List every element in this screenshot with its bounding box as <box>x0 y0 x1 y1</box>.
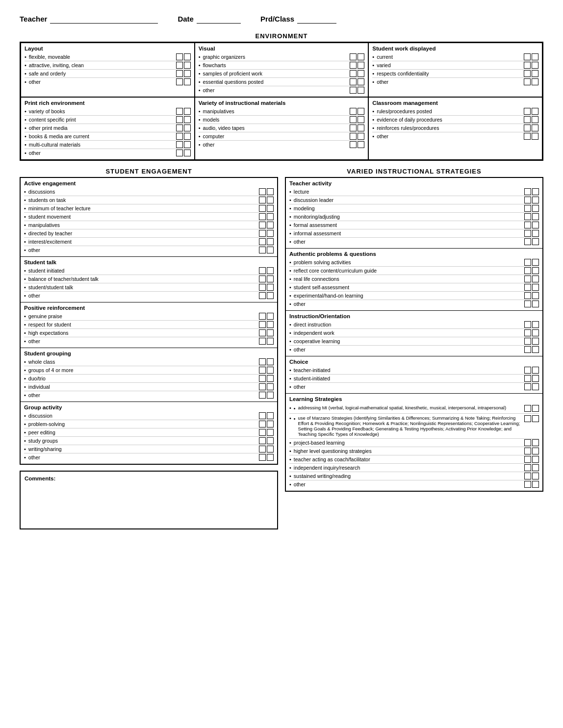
positive-reinforcement-title: Positive reinforcement <box>24 305 274 311</box>
learning-strategies-list: • addressing MI (verbal, logical-mathema… <box>289 403 539 488</box>
list-item: teacher-initiated <box>289 366 539 375</box>
print-rich-cell: Print rich environment variety of books … <box>21 97 195 160</box>
list-item: experimental/hand-on learning <box>289 292 539 300</box>
comments-box: Comments: <box>20 471 278 529</box>
list-item: interest/excitement <box>24 238 274 246</box>
list-item: genuine praise <box>24 312 274 321</box>
teacher-activity-cell: Teacher activity lecture discussion lead… <box>286 178 542 249</box>
student-grouping-cell: Student grouping whole class groups of 4… <box>21 348 277 402</box>
active-engagement-title: Active engagement <box>24 180 274 186</box>
list-item: reinforces rules/procedures <box>372 124 538 132</box>
list-item: multi-cultural materials <box>25 141 191 149</box>
list-item: graphic organizers <box>199 53 365 61</box>
list-item: project-based learning <box>289 439 539 447</box>
active-engagement-cell: Active engagement discussions students o… <box>21 178 277 257</box>
positive-reinforcement-list: genuine praise respect for student high … <box>24 312 274 345</box>
choice-list: teacher-initiated student-initiated othe… <box>289 366 539 391</box>
environment-title: ENVIRONMENT <box>20 32 543 40</box>
list-item: minimum of teacher lecture <box>24 204 274 213</box>
teacher-underline <box>50 15 158 24</box>
list-item: reflect core content/curriculum guide <box>289 267 539 275</box>
student-work-list: current varied respects confidentiality … <box>372 53 538 86</box>
list-item: other <box>25 78 191 86</box>
group-activity-list: discussion problem-solving peer editing … <box>24 412 274 461</box>
environment-box: Layout flexible, moveable attractive, in… <box>20 42 543 161</box>
student-talk-list: student initiated balance of teacher/stu… <box>24 267 274 300</box>
list-item: other <box>289 346 539 353</box>
list-item: students on task <box>24 196 274 204</box>
student-talk-cell: Student talk student initiated balance o… <box>21 257 277 302</box>
list-item: • use of Marzano Strategies (Identifying… <box>289 414 539 439</box>
list-item: independent inquiry/research <box>289 464 539 472</box>
list-item: other <box>289 480 539 488</box>
main-two-col: STUDENT ENGAGEMENT Active engagement dis… <box>20 168 543 529</box>
student-talk-title: Student talk <box>24 259 274 265</box>
list-item: other <box>372 78 538 86</box>
student-grouping-title: Student grouping <box>24 351 274 356</box>
list-item: sustained writing/reading <box>289 472 539 480</box>
varied-strategies-title: VARIED INSTRUCTIONAL STRATEGIES <box>285 168 543 175</box>
list-item: individual <box>24 383 274 391</box>
list-item: lecture <box>289 188 539 196</box>
list-item: discussion <box>24 412 274 420</box>
student-engagement-title: STUDENT ENGAGEMENT <box>20 168 278 175</box>
list-item: other <box>372 132 538 140</box>
list-item: other <box>289 383 539 391</box>
list-item: duo/trio <box>24 375 274 383</box>
list-item: models <box>199 116 365 124</box>
prd-underline <box>297 15 336 24</box>
list-item: safe and orderly <box>25 70 191 78</box>
list-item: discussions <box>24 188 274 196</box>
list-item: discussion leader <box>289 196 539 204</box>
learning-strategies-cell: Learning Strategies • addressing MI (ver… <box>286 394 542 491</box>
list-item: manipulatives <box>24 221 274 229</box>
list-item: directed by teacher <box>24 229 274 238</box>
list-item: content specific print <box>25 116 191 124</box>
list-item: modeling <box>289 204 539 213</box>
environment-section: ENVIRONMENT Layout flexible, moveable at… <box>20 32 543 161</box>
student-work-cell: Student work displayed current varied re… <box>368 43 542 97</box>
list-item: high expectations <box>24 329 274 337</box>
engagement-wrapper: Active engagement discussions students o… <box>20 177 278 465</box>
group-activity-title: Group activity <box>24 404 274 410</box>
date-label: Date <box>178 15 194 23</box>
list-item: whole class <box>24 358 274 366</box>
visual-title: Visual <box>199 46 365 51</box>
list-item: higher level questioning strategies <box>289 447 539 455</box>
list-item: real life connections <box>289 275 539 283</box>
list-item: • addressing MI (verbal, logical-mathema… <box>289 403 539 414</box>
list-item: respect for student <box>24 321 274 329</box>
variety-materials-cell: Variety of instructional materials manip… <box>195 97 369 160</box>
teacher-activity-title: Teacher activity <box>289 180 539 186</box>
list-item: essential questions posted <box>199 78 365 86</box>
learning-strategies-title: Learning Strategies <box>289 396 539 402</box>
environment-bottom-row: Print rich environment variety of books … <box>21 97 542 160</box>
variety-materials-title: Variety of instructional materials <box>199 100 365 106</box>
list-item: other <box>24 391 274 399</box>
list-item: varied <box>372 61 538 70</box>
teacher-activity-list: lecture discussion leader modeling monit… <box>289 188 539 246</box>
list-item: audio, video tapes <box>199 124 365 132</box>
choice-title: Choice <box>289 359 539 365</box>
instruction-orientation-cell: Instruction/Orientation direct instructi… <box>286 311 542 356</box>
teacher-field: Teacher <box>20 15 158 24</box>
comments-label: Comments: <box>25 476 273 481</box>
layout-title: Layout <box>25 46 191 51</box>
list-item: other <box>199 86 365 94</box>
variety-materials-list: manipulatives models audio, video tapes … <box>199 107 365 149</box>
list-item: flexible, moveable <box>25 53 191 61</box>
list-item: flowcharts <box>199 61 365 70</box>
list-item: student movement <box>24 213 274 221</box>
list-item: direct instruction <box>289 321 539 329</box>
date-field: Date <box>178 15 241 24</box>
list-item: balance of teacher/student talk <box>24 275 274 283</box>
authentic-problems-cell: Authentic problems & questions problem s… <box>286 249 542 311</box>
list-item: student initiated <box>24 267 274 275</box>
visual-list: graphic organizers flowcharts samples of… <box>199 53 365 94</box>
list-item: other <box>25 149 191 157</box>
student-work-title: Student work displayed <box>372 46 538 51</box>
list-item: teacher acting as coach/facilitator <box>289 455 539 464</box>
list-item: samples of proficient work <box>199 70 365 78</box>
list-item: attractive, inviting, clean <box>25 61 191 70</box>
list-item: writing/sharing <box>24 445 274 453</box>
